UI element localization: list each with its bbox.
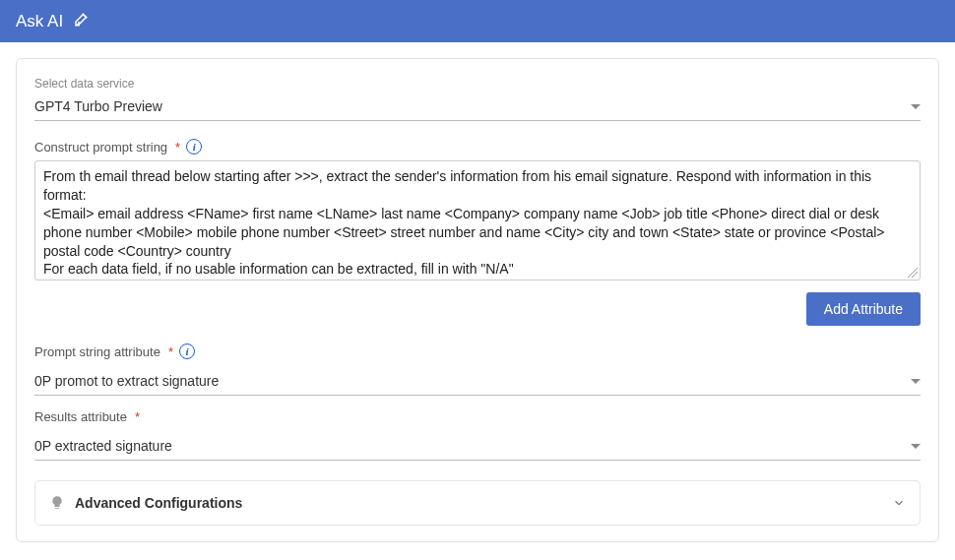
prompt-attr-select[interactable]: 0P promot to extract signature [34, 369, 921, 396]
construct-prompt-label-text: Construct prompt string [34, 140, 167, 155]
button-row: Add Attribute [34, 292, 921, 326]
info-icon[interactable]: i [179, 343, 195, 359]
data-service-label: Select data service [34, 77, 921, 91]
construct-prompt-textarea[interactable]: From th email thread below starting afte… [34, 160, 921, 280]
results-attr-label: Results attribute * [34, 409, 921, 424]
advanced-configurations-panel[interactable]: Advanced Configurations [34, 480, 921, 526]
prompt-attr-label-text: Prompt string attribute [34, 344, 160, 359]
config-card: Select data service GPT4 Turbo Preview C… [16, 58, 939, 542]
construct-prompt-label: Construct prompt string * i [34, 139, 921, 155]
header-bar: Ask AI [0, 0, 955, 42]
lightbulb-icon [49, 495, 65, 511]
results-attr-value: 0P extracted signature [34, 438, 172, 454]
info-icon[interactable]: i [186, 139, 202, 155]
page-title: Ask AI [16, 12, 63, 31]
data-service-select[interactable]: GPT4 Turbo Preview [34, 94, 921, 121]
prompt-attr-value: 0P promot to extract signature [34, 373, 219, 389]
add-attribute-button[interactable]: Add Attribute [806, 292, 921, 326]
chevron-down-icon [911, 104, 921, 109]
construct-prompt-value: From th email thread below starting afte… [43, 167, 912, 280]
results-attr-select[interactable]: 0P extracted signature [34, 434, 921, 461]
chevron-down-icon [892, 496, 906, 510]
prompt-attr-label: Prompt string attribute * i [34, 343, 921, 359]
results-attr-label-text: Results attribute [34, 409, 127, 424]
required-marker: * [175, 140, 180, 155]
resize-handle-icon[interactable] [908, 268, 918, 278]
chevron-down-icon [911, 444, 921, 449]
advanced-left: Advanced Configurations [49, 495, 242, 511]
edit-icon[interactable] [73, 10, 91, 32]
advanced-title: Advanced Configurations [75, 495, 242, 511]
data-service-value: GPT4 Turbo Preview [34, 98, 162, 114]
required-marker: * [168, 344, 173, 359]
chevron-down-icon [911, 379, 921, 384]
required-marker: * [135, 409, 140, 424]
data-service-label-text: Select data service [34, 77, 134, 91]
